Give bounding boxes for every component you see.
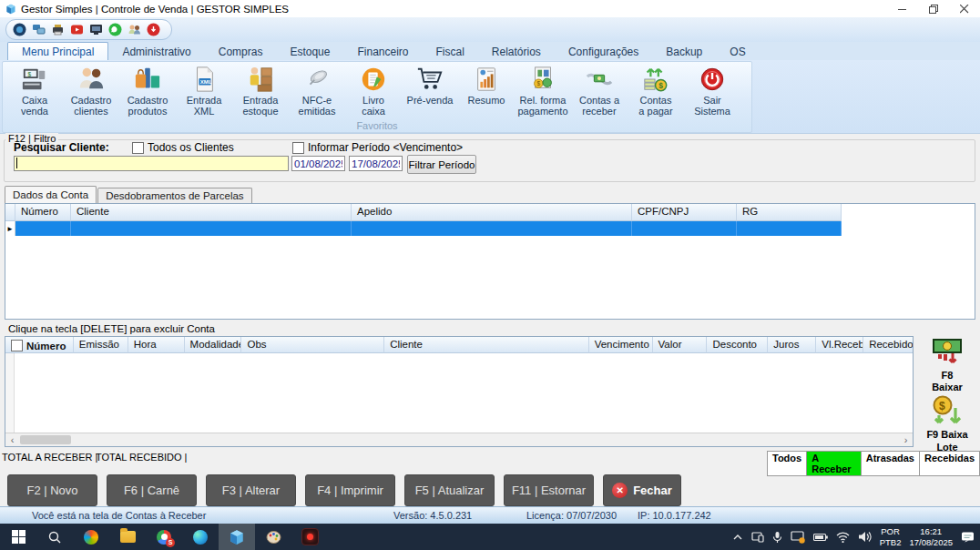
date-to-input[interactable] <box>349 156 403 171</box>
f2-novo-button[interactable]: F2 | Novo <box>7 474 97 506</box>
tab-fiscal[interactable]: Fiscal <box>423 43 478 60</box>
filter-todos[interactable]: Todos <box>768 452 807 475</box>
col-vl-recebido[interactable]: Vl.Recebido <box>816 337 863 353</box>
tab-financeiro[interactable]: Financeiro <box>343 43 422 60</box>
tab-menu-principal[interactable]: Menu Principal <box>7 42 108 60</box>
video-tutorials-icon[interactable] <box>70 23 84 36</box>
restore-button[interactable] <box>918 0 949 17</box>
ribbon-pre-venda[interactable]: Pré-venda <box>402 64 458 118</box>
installments-grid[interactable]: Número Emissão Hora Modalidade Obs Clien… <box>5 336 914 447</box>
search-client-input[interactable] <box>14 156 289 171</box>
ribbon-entrada-xml[interactable]: XML Entrada XML <box>176 64 232 118</box>
chevron-up-icon[interactable] <box>732 532 743 543</box>
ribbon-cadastro-clientes[interactable]: Cadastro clientes <box>63 64 119 118</box>
tab-dados-da-conta[interactable]: Dados da Conta <box>5 186 97 203</box>
edge-icon[interactable] <box>182 524 219 550</box>
contacts-icon[interactable] <box>128 23 141 36</box>
f11-estornar-button[interactable]: F11 | Estornar <box>504 474 594 506</box>
col-valor[interactable]: Valor <box>653 337 708 353</box>
f9-baixa-lote-button[interactable]: $ F9 Baixa Lote <box>926 395 967 453</box>
filter-period-button[interactable]: Filtrar Período <box>407 155 476 174</box>
ribbon-livro-caixa[interactable]: Livro caixa <box>345 64 402 118</box>
selected-account-row[interactable]: ► <box>5 221 975 236</box>
select-all-checkbox[interactable] <box>11 340 23 351</box>
close-button[interactable] <box>949 0 980 17</box>
microphone-icon[interactable] <box>772 531 782 544</box>
ribbon-nfce-emitidas[interactable]: NFC-e emitidas <box>289 64 345 118</box>
ribbon-cadastro-produtos[interactable]: Cadastro produtos <box>119 64 176 118</box>
f6-carne-button[interactable]: F6 | Carnê <box>107 474 197 506</box>
col-rg[interactable]: RG <box>737 204 842 221</box>
ribbon-rel-forma-pagamento[interactable]: $ Rel. forma pagamento <box>515 64 571 118</box>
tab-compras[interactable]: Compras <box>205 43 277 60</box>
f3-alterar-button[interactable]: F3 | Alterar <box>206 474 296 506</box>
f4-imprimir-button[interactable]: F4 | Imprimir <box>305 474 395 506</box>
chrome-icon[interactable]: S <box>146 524 182 550</box>
app-settings-icon[interactable] <box>13 23 26 36</box>
date-from-input[interactable] <box>291 156 345 171</box>
scroll-left-arrow[interactable]: ‹ <box>5 433 19 446</box>
file-explorer-icon[interactable] <box>109 524 146 550</box>
side-action-panel: F8 Baixar $ F9 Baixa Lote <box>914 336 980 447</box>
battery-icon[interactable] <box>813 533 828 542</box>
ribbon-sair-sistema[interactable]: Sair Sistema <box>684 64 740 118</box>
col-cliente[interactable]: Cliente <box>71 204 352 221</box>
cast-icon[interactable] <box>791 531 805 544</box>
col-vencimento[interactable]: Vencimento <box>589 337 653 353</box>
col-modalidade[interactable]: Modalidade <box>185 337 242 353</box>
screen-recorder-icon[interactable] <box>291 524 328 550</box>
minimize-button[interactable] <box>887 0 918 17</box>
col-numero-check[interactable]: Número <box>5 337 74 353</box>
tab-desdobramentos[interactable]: Desdobramentos de Parcelas <box>97 188 252 203</box>
all-clients-checkbox[interactable] <box>132 142 144 154</box>
col-cliente2[interactable]: Cliente <box>384 337 589 353</box>
gestor-simples-taskbar-icon[interactable] <box>219 524 255 550</box>
col-recebido[interactable]: Recebido <box>863 337 913 353</box>
screenshot-icon[interactable] <box>89 23 103 36</box>
col-emissao[interactable]: Emissão <box>74 337 128 353</box>
col-juros[interactable]: Juros <box>768 337 816 353</box>
filter-a-receber[interactable]: A Receber <box>807 452 862 475</box>
col-hora[interactable]: Hora <box>128 337 185 353</box>
search-icon[interactable] <box>36 524 73 550</box>
printer-icon[interactable] <box>51 23 65 36</box>
col-desconto[interactable]: Desconto <box>707 337 768 353</box>
copilot-icon[interactable] <box>73 524 109 550</box>
tab-configuracoes[interactable]: Configurações <box>555 43 652 60</box>
tab-administrativo[interactable]: Administrativo <box>108 43 204 60</box>
col-numero[interactable]: Número <box>15 204 71 221</box>
volume-icon[interactable] <box>858 531 872 543</box>
scroll-right-arrow[interactable]: › <box>899 433 913 446</box>
col-obs[interactable]: Obs <box>241 337 384 353</box>
inform-period-checkbox[interactable] <box>292 142 304 154</box>
whatsapp-icon[interactable] <box>108 23 122 36</box>
device-icon[interactable] <box>751 531 764 543</box>
ribbon-contas-a-receber[interactable]: Contas a receber <box>571 64 628 118</box>
ribbon-caixa-venda[interactable]: $ Caixa venda <box>6 64 63 118</box>
col-cpf-cnpj[interactable]: CPF/CNPJ <box>632 204 737 221</box>
start-button[interactable] <box>0 524 36 550</box>
f8-baixar-button[interactable]: F8 Baixar <box>930 338 965 393</box>
filter-atrasadas[interactable]: Atrasadas <box>862 452 920 475</box>
ribbon-entrada-estoque[interactable]: Entrada estoque <box>232 64 289 118</box>
scroll-thumb[interactable] <box>20 435 71 444</box>
col-apelido[interactable]: Apelido <box>352 204 632 221</box>
horizontal-scrollbar[interactable]: ‹ › <box>5 433 913 446</box>
remote-screens-icon[interactable] <box>32 23 46 36</box>
notification-center-icon[interactable] <box>961 531 975 544</box>
tab-estoque[interactable]: Estoque <box>276 43 343 60</box>
taskbar-clock[interactable]: 16:2117/08/2025 <box>909 526 953 548</box>
wifi-icon[interactable] <box>836 532 850 543</box>
tab-relatorios[interactable]: Relatórios <box>478 43 555 60</box>
ribbon-resumo[interactable]: Resumo <box>458 64 515 118</box>
paint-icon[interactable] <box>255 524 291 550</box>
f5-atualizar-button[interactable]: F5 | Atualizar <box>404 474 495 506</box>
language-indicator[interactable]: PORPTB2 <box>880 526 902 548</box>
accounts-grid[interactable]: Número Cliente Apelido CPF/CNPJ RG ► <box>5 203 975 320</box>
tab-os[interactable]: OS <box>716 43 759 60</box>
filter-recebidas[interactable]: Recebidas <box>920 452 979 475</box>
ribbon-contas-a-pagar[interactable]: $ Contas a pagar <box>628 64 684 118</box>
tab-backup[interactable]: Backup <box>652 43 716 60</box>
fechar-button[interactable]: ✕ Fechar <box>603 474 681 506</box>
power-update-icon[interactable] <box>147 23 160 36</box>
